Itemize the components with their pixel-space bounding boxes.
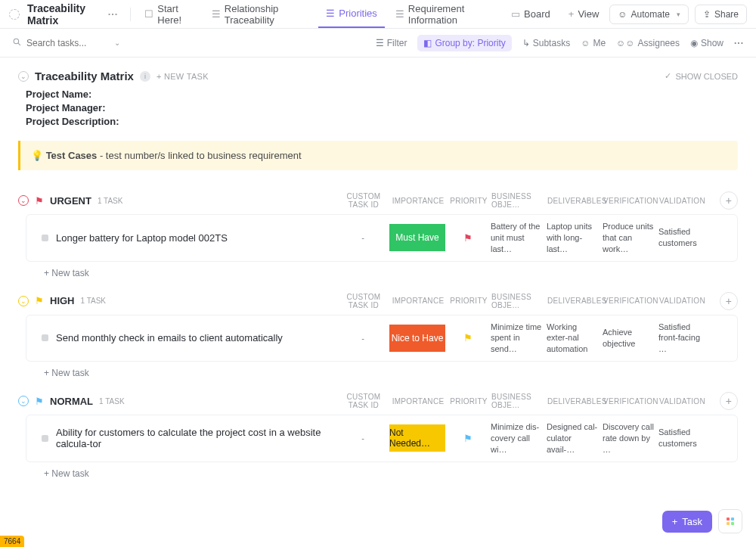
cell-deliverables[interactable]: Designed cal-culator avail-… — [547, 421, 603, 455]
group-collapse-button[interactable]: ⌄ — [18, 296, 29, 306]
svg-point-0 — [14, 39, 19, 44]
tab-priorities[interactable]: ☰ Priorities — [318, 0, 385, 28]
status-square[interactable] — [42, 235, 48, 241]
flag-icon: ⚑ — [463, 332, 472, 343]
cell-deliverables[interactable]: Laptop units with long-last… — [547, 221, 603, 255]
new-task-button[interactable]: + New task — [44, 468, 738, 479]
cell-custom-task-id[interactable]: - — [336, 334, 389, 343]
filter-icon: ☰ — [376, 38, 384, 48]
cell-business-objective[interactable]: Minimize dis-covery call wi… — [491, 421, 547, 455]
col-validation[interactable]: VALIDATION — [659, 297, 715, 305]
add-column-button[interactable]: + — [720, 191, 738, 210]
chevron-down-icon[interactable]: ⌄ — [114, 39, 120, 47]
col-custom-task-id[interactable]: CUSTOM TASK ID — [337, 393, 390, 409]
cell-deliverables[interactable]: Working exter-nal automation — [547, 322, 603, 356]
automate-button[interactable]: ☺ Automate ▾ — [609, 5, 689, 24]
tab-add-view[interactable]: + View — [561, 0, 607, 28]
group-by-button[interactable]: ◧ Group by: Priority — [417, 35, 511, 51]
col-verification[interactable]: VERIFICATION — [603, 297, 659, 305]
tab-start-here[interactable]: ☐ Start Here! — [137, 0, 200, 28]
group-by-label: Group by: Priority — [435, 38, 505, 48]
more-button[interactable]: ··· — [734, 38, 744, 48]
task-title[interactable]: Ability for customers to calculate the p… — [56, 427, 336, 449]
tab-relationship-traceability[interactable]: ☰ Relationship Traceability — [204, 0, 315, 28]
status-square[interactable] — [42, 435, 48, 442]
new-task-fab[interactable]: + Task — [662, 511, 712, 533]
cell-verification[interactable]: Produce units that can work… — [603, 221, 658, 255]
tab-label: Requirement Information — [408, 3, 493, 26]
add-column-button[interactable]: + — [720, 292, 738, 310]
show-closed-button[interactable]: ✓ SHOW CLOSED — [665, 71, 738, 81]
task-row[interactable]: Longer battery for Laptop model 002TS-Mu… — [26, 214, 738, 262]
group-collapse-button[interactable]: ⌄ — [18, 396, 29, 406]
lightbulb-icon: 💡 — [31, 150, 43, 161]
cell-business-objective[interactable]: Minimize time spent in send… — [491, 322, 547, 356]
col-priority[interactable]: PRIORITY — [446, 197, 491, 205]
task-title[interactable]: Send monthly check in emails to client a… — [56, 332, 336, 343]
cell-validation[interactable]: Satisfied customers — [658, 226, 714, 249]
task-title[interactable]: Longer battery for Laptop model 002TS — [56, 232, 336, 244]
flag-icon: ⚑ — [463, 232, 472, 244]
fab-area: + Task — [662, 509, 742, 533]
subtasks-button[interactable]: ↳ Subtasks — [522, 38, 570, 48]
col-verification[interactable]: VERIFICATION — [603, 397, 659, 406]
share-button[interactable]: ⇪ Share — [695, 5, 747, 24]
cell-importance[interactable]: Must Have — [389, 224, 445, 251]
tab-board[interactable]: ▭ Board — [503, 0, 558, 28]
cell-validation[interactable]: Satisfied front-facing … — [658, 322, 714, 356]
status-square[interactable] — [42, 334, 48, 341]
col-priority[interactable]: PRIORITY — [446, 297, 491, 305]
col-importance[interactable]: IMPORTANCE — [390, 297, 446, 305]
col-validation[interactable]: VALIDATION — [659, 197, 715, 205]
cell-importance[interactable]: Nice to Have — [389, 325, 445, 352]
tab-requirement-information[interactable]: ☰ Requirement Information — [388, 0, 500, 28]
col-custom-task-id[interactable]: CUSTOM TASK ID — [337, 293, 390, 309]
task-row[interactable]: Send monthly check in emails to client a… — [26, 315, 738, 362]
new-task-button[interactable]: + New task — [44, 368, 738, 378]
col-validation[interactable]: VALIDATION — [659, 397, 715, 406]
info-icon[interactable]: i — [140, 71, 150, 82]
col-importance[interactable]: IMPORTANCE — [390, 397, 446, 406]
cell-verification[interactable]: Achieve objective — [603, 327, 658, 350]
cell-custom-task-id[interactable]: - — [336, 233, 389, 242]
search-input[interactable] — [26, 38, 110, 48]
cell-business-objective[interactable]: Battery of the unit must last… — [491, 221, 547, 255]
list-icon: ☰ — [326, 8, 335, 19]
cell-importance[interactable]: Not Needed… — [389, 424, 445, 452]
cell-priority[interactable]: ⚑ — [445, 332, 491, 343]
callout-text: - test number/s linked to business requi… — [97, 150, 301, 161]
col-custom-task-id[interactable]: CUSTOM TASK ID — [337, 192, 390, 209]
cell-validation[interactable]: Satisfied customers — [658, 427, 714, 449]
page-menu-button[interactable]: ··· — [108, 8, 119, 20]
cell-verification[interactable]: Discovery call rate down by … — [603, 421, 658, 455]
col-deliverables[interactable]: DELIVERABLES — [547, 397, 603, 406]
assignees-button[interactable]: ☺☺ Assignees — [616, 38, 680, 48]
share-icon: ⇪ — [703, 9, 711, 20]
add-column-button[interactable]: + — [720, 392, 738, 410]
filter-button[interactable]: ☰ Filter — [376, 38, 407, 48]
apps-fab[interactable] — [718, 509, 742, 533]
plus-icon: + — [569, 8, 575, 20]
col-deliverables[interactable]: DELIVERABLES — [547, 297, 603, 305]
new-task-button[interactable]: + New task — [44, 268, 738, 278]
flag-icon: ⚑ — [35, 396, 44, 407]
search-icon — [12, 37, 22, 49]
col-deliverables[interactable]: DELIVERABLES — [547, 197, 603, 205]
col-verification[interactable]: VERIFICATION — [603, 197, 659, 205]
group-collapse-button[interactable]: ⌄ — [18, 195, 29, 206]
cell-custom-task-id[interactable]: - — [336, 434, 389, 443]
col-importance[interactable]: IMPORTANCE — [390, 197, 446, 205]
new-task-header-button[interactable]: + NEW TASK — [156, 72, 209, 81]
show-button[interactable]: ◉ Show — [690, 38, 723, 48]
me-button[interactable]: ☺ Me — [581, 38, 606, 48]
group-name: URGENT — [50, 195, 91, 207]
col-business-objective[interactable]: BUSINESS OBJE… — [491, 293, 547, 309]
cell-priority[interactable]: ⚑ — [445, 433, 491, 444]
col-business-objective[interactable]: BUSINESS OBJE… — [491, 393, 547, 409]
task-row[interactable]: Ability for customers to calculate the p… — [26, 415, 738, 462]
col-business-objective[interactable]: BUSINESS OBJE… — [491, 192, 547, 209]
cell-priority[interactable]: ⚑ — [445, 232, 491, 244]
collapse-all-button[interactable]: ⌄ — [18, 71, 29, 82]
col-priority[interactable]: PRIORITY — [446, 397, 491, 406]
task-count: 1 TASK — [81, 297, 107, 305]
